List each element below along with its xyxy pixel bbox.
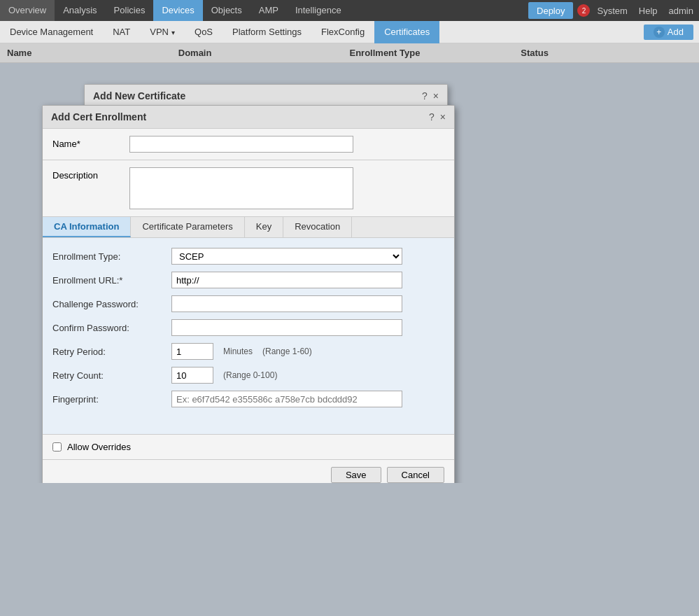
retry-count-range: (Range 0-100): [223, 370, 277, 380]
challenge-password-label: Challenge Password:: [52, 299, 171, 309]
main-content: No certificates Add Certificates Add New…: [0, 63, 699, 483]
add-button[interactable]: + Add: [644, 24, 693, 40]
fingerprint-label: Fingerprint:: [52, 394, 171, 405]
nav-amp[interactable]: AMP: [250, 0, 287, 21]
enrollment-url-label: Enrollment URL:*: [52, 275, 171, 286]
nav-overview[interactable]: Overview: [0, 0, 55, 21]
nav-analysis[interactable]: Analysis: [55, 0, 105, 21]
allow-overrides-label: Allow Overrides: [67, 442, 131, 452]
enrollment-type-row: Enrollment Type: SCEP: [52, 248, 444, 265]
description-row: Description: [43, 160, 454, 217]
alert-badge: 2: [577, 4, 590, 17]
nav-intelligence[interactable]: Intelligence: [287, 0, 350, 21]
modal-enrollment-close-button[interactable]: ×: [440, 111, 446, 122]
sub-nav: Device Management NAT VPN QoS Platform S…: [0, 21, 699, 43]
nav-devices[interactable]: Devices: [153, 0, 202, 21]
col-name: Name: [7, 48, 178, 58]
modal-enrollment-header: Add Cert Enrollment ? ×: [43, 106, 454, 129]
description-textarea[interactable]: [129, 167, 353, 209]
challenge-password-control: [171, 295, 444, 312]
subnav-vpn[interactable]: VPN: [140, 21, 185, 43]
subnav-device-management[interactable]: Device Management: [0, 21, 103, 43]
col-status: Status: [521, 48, 692, 58]
add-label: Add: [668, 27, 684, 37]
enrollment-url-input[interactable]: [171, 272, 402, 288]
system-button[interactable]: System: [591, 6, 633, 16]
enrollment-type-label: Enrollment Type:: [52, 251, 171, 262]
retry-period-row: Retry Period: Minutes (Range 1-60): [52, 343, 444, 360]
enrollment-url-control: [171, 272, 444, 288]
plus-circle-icon: +: [654, 27, 665, 38]
confirm-password-row: Confirm Password:: [52, 319, 444, 336]
enrollment-save-button[interactable]: Save: [331, 467, 381, 483]
tab-ca-information[interactable]: CA Information: [43, 217, 131, 237]
confirm-password-control: [171, 319, 444, 336]
enrollment-footer: Save Cancel: [43, 459, 454, 483]
fingerprint-control: [171, 391, 444, 407]
retry-period-range: (Range 1-60): [262, 346, 312, 356]
retry-count-input[interactable]: [171, 367, 213, 384]
retry-period-label: Retry Period:: [52, 346, 171, 357]
confirm-password-label: Confirm Password:: [52, 323, 171, 333]
retry-period-input[interactable]: [171, 343, 213, 360]
tabs-row: CA Information Certificate Parameters Ke…: [43, 217, 454, 238]
allow-overrides-row: Allow Overrides: [43, 434, 454, 459]
fingerprint-row: Fingerprint:: [52, 391, 444, 407]
retry-count-row: Retry Count: (Range 0-100): [52, 367, 444, 384]
retry-count-control: (Range 0-100): [171, 367, 444, 384]
retry-period-control: Minutes (Range 1-60): [171, 343, 444, 360]
admin-button[interactable]: admin: [663, 6, 699, 16]
name-label: Name*: [52, 136, 129, 149]
confirm-password-input[interactable]: [171, 319, 402, 336]
fingerprint-input[interactable]: [171, 391, 402, 407]
challenge-password-row: Challenge Password:: [52, 295, 444, 312]
allow-overrides-checkbox[interactable]: [52, 442, 62, 451]
deploy-button[interactable]: Deploy: [528, 2, 573, 19]
nav-objects[interactable]: Objects: [203, 0, 250, 21]
subnav-certificates[interactable]: Certificates: [374, 21, 439, 43]
table-header: Name Domain Enrollment Type Status: [0, 43, 699, 63]
modal-enrollment-help-button[interactable]: ?: [429, 111, 435, 122]
subnav-nat[interactable]: NAT: [103, 21, 140, 43]
description-label: Description: [52, 167, 129, 181]
retry-count-label: Retry Count:: [52, 370, 171, 381]
nav-policies[interactable]: Policies: [106, 0, 154, 21]
add-cert-enrollment-modal: Add Cert Enrollment ? × Name* Descriptio…: [42, 105, 455, 483]
tab-key[interactable]: Key: [245, 217, 283, 237]
tab-revocation[interactable]: Revocation: [283, 217, 352, 237]
help-button[interactable]: Help: [633, 6, 663, 16]
col-domain: Domain: [178, 48, 350, 58]
tab-content-ca-information: Enrollment Type: SCEP Enrollment URL:* C…: [43, 238, 454, 434]
modal-enrollment-title: Add Cert Enrollment: [51, 111, 146, 122]
tab-certificate-parameters[interactable]: Certificate Parameters: [131, 217, 244, 237]
name-row: Name*: [43, 129, 454, 160]
enrollment-url-row: Enrollment URL:*: [52, 272, 444, 288]
subnav-flexconfig[interactable]: FlexConfig: [311, 21, 374, 43]
modal-cert-close-button[interactable]: ×: [433, 90, 439, 102]
challenge-password-input[interactable]: [171, 295, 402, 312]
enrollment-cancel-button[interactable]: Cancel: [387, 467, 444, 483]
retry-period-unit: Minutes: [223, 346, 253, 356]
subnav-qos[interactable]: QoS: [185, 21, 223, 43]
modal-cert-title: Add New Certificate: [93, 90, 185, 102]
subnav-platform-settings[interactable]: Platform Settings: [223, 21, 311, 43]
top-nav: Overview Analysis Policies Devices Objec…: [0, 0, 699, 21]
modal-enrollment-actions: ? ×: [429, 111, 446, 122]
modal-cert-actions: ? ×: [422, 90, 439, 102]
modal-cert-help-button[interactable]: ?: [422, 90, 428, 102]
name-input[interactable]: [129, 136, 353, 153]
enrollment-type-select[interactable]: SCEP: [171, 248, 402, 265]
col-enrollment-type: Enrollment Type: [350, 48, 521, 58]
enrollment-type-control: SCEP: [171, 248, 444, 265]
